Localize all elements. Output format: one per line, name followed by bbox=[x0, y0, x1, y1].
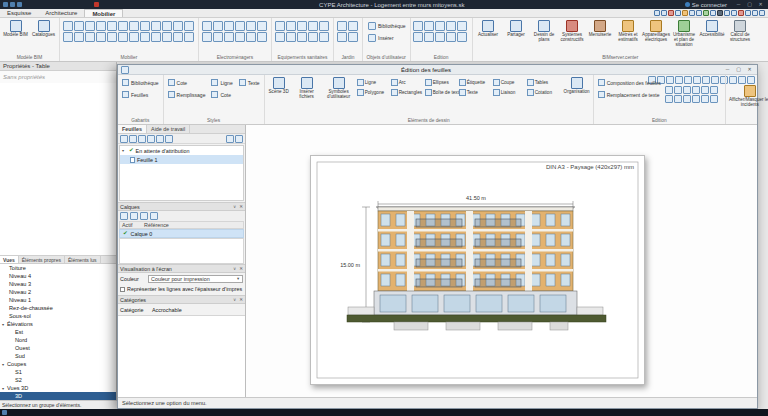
rotate-icon[interactable] bbox=[692, 86, 700, 94]
tool-icon[interactable] bbox=[696, 10, 702, 16]
furniture-icon[interactable] bbox=[63, 32, 73, 42]
window-close-button[interactable]: ✕ bbox=[745, 65, 754, 74]
collapse-icon[interactable]: ∨ bbox=[233, 266, 236, 271]
furniture-icon[interactable] bbox=[129, 32, 139, 42]
snap-icon[interactable] bbox=[435, 32, 445, 42]
sheet-item-row[interactable]: Feuille 1 bbox=[120, 155, 243, 164]
close-section-icon[interactable]: ✕ bbox=[239, 204, 243, 209]
mirror-icon[interactable] bbox=[457, 21, 467, 31]
view-item-niveau4[interactable]: Niveau 4 bbox=[0, 272, 116, 280]
scale-icon[interactable] bbox=[665, 95, 673, 103]
move-icon[interactable] bbox=[435, 21, 445, 31]
coupe-button[interactable]: Coupe bbox=[493, 77, 527, 87]
furniture-icon[interactable] bbox=[140, 32, 150, 42]
appliance-icon[interactable] bbox=[257, 32, 267, 42]
appareillages-electriques-button[interactable]: Appareillages électriques bbox=[643, 20, 670, 53]
sheet-window-titlebar[interactable]: Édition des feuilles ─ ▢ ✕ bbox=[118, 65, 757, 75]
rectangles-button[interactable]: Rectangles bbox=[391, 87, 425, 97]
close-button[interactable]: ✕ bbox=[756, 0, 765, 9]
catalogues-button[interactable]: Catalogues bbox=[30, 20, 57, 53]
record-icon[interactable] bbox=[94, 2, 99, 7]
furniture-icon[interactable] bbox=[184, 32, 194, 42]
tab-elements-propres[interactable]: Éléments propres bbox=[19, 256, 65, 263]
appliance-icon[interactable] bbox=[224, 32, 234, 42]
tool-icon[interactable] bbox=[717, 10, 723, 16]
appliance-icon[interactable] bbox=[257, 21, 267, 31]
arrow-down-icon[interactable] bbox=[235, 135, 243, 143]
sheet-canvas[interactable]: DIN A3 - Paysage (420x297) mm 41.50 m bbox=[246, 125, 757, 397]
furniture-icon[interactable] bbox=[96, 32, 106, 42]
front-icon[interactable] bbox=[683, 95, 691, 103]
furniture-icon[interactable] bbox=[129, 21, 139, 31]
connect-button[interactable]: Se connecter bbox=[685, 2, 727, 8]
sanitary-icon[interactable] bbox=[297, 32, 307, 42]
etiquette-button[interactable]: Étiquette bbox=[459, 77, 493, 87]
tool-icon[interactable] bbox=[745, 10, 751, 16]
delete-sheet-icon[interactable] bbox=[138, 135, 146, 143]
inserer-button[interactable]: Insérer bbox=[365, 32, 408, 43]
sanitary-icon[interactable] bbox=[308, 21, 318, 31]
calcul-structures-button[interactable]: Calcul de structures bbox=[727, 20, 754, 53]
view-item-sud[interactable]: Sud bbox=[0, 352, 116, 360]
feuilles-button[interactable]: Feuilles bbox=[120, 89, 161, 100]
copy-icon[interactable] bbox=[674, 86, 682, 94]
epaisseur-checkbox-row[interactable]: Représenter les lignes avec l'épaisseur … bbox=[118, 284, 245, 295]
tool-icon[interactable] bbox=[689, 10, 695, 16]
view-group-vues-3d[interactable]: ▾Vues 3D bbox=[0, 384, 116, 392]
appliance-icon[interactable] bbox=[202, 32, 212, 42]
furniture-icon[interactable] bbox=[118, 21, 128, 31]
paper-sheet[interactable]: DIN A3 - Paysage (420x297) mm 41.50 m bbox=[310, 155, 645, 385]
furniture-icon[interactable] bbox=[74, 32, 84, 42]
cotation-button[interactable]: Cotation bbox=[527, 87, 561, 97]
view-item-niveau1[interactable]: Niveau 1 bbox=[0, 296, 116, 304]
export-sheet-icon[interactable] bbox=[156, 135, 164, 143]
furniture-icon[interactable] bbox=[162, 21, 172, 31]
garden-icon[interactable] bbox=[337, 32, 347, 42]
furniture-icon[interactable] bbox=[96, 21, 106, 31]
layer-up-icon[interactable] bbox=[140, 212, 148, 220]
tab-esquisse[interactable]: Esquisse bbox=[0, 9, 38, 17]
view-item-est[interactable]: Est bbox=[0, 328, 116, 336]
view-item-sous-sol[interactable]: Sous-sol bbox=[0, 312, 116, 320]
view-item-3d[interactable]: 3D bbox=[0, 392, 116, 400]
tool-icon[interactable] bbox=[675, 10, 681, 16]
furniture-icon[interactable] bbox=[173, 21, 183, 31]
rotate-icon[interactable] bbox=[446, 21, 456, 31]
systemes-constructifs-button[interactable]: Systèmes constructifs bbox=[559, 20, 586, 53]
align-icon[interactable] bbox=[674, 95, 682, 103]
delete-layer-icon[interactable] bbox=[130, 212, 138, 220]
furniture-icon[interactable] bbox=[140, 21, 150, 31]
sanitary-icon[interactable] bbox=[308, 32, 318, 42]
sanitary-icon[interactable] bbox=[286, 32, 296, 42]
garden-icon[interactable] bbox=[348, 32, 358, 42]
furniture-icon[interactable] bbox=[85, 32, 95, 42]
view-group-coupes[interactable]: ▾Coupes bbox=[0, 360, 116, 368]
pending-group-row[interactable]: ▾✔En attente d'attribution bbox=[120, 146, 243, 155]
unlock-icon[interactable] bbox=[710, 95, 718, 103]
view-item-s2[interactable]: S2 bbox=[0, 376, 116, 384]
furniture-icon[interactable] bbox=[173, 32, 183, 42]
arrow-up-icon[interactable] bbox=[226, 135, 234, 143]
tool-icon[interactable] bbox=[724, 10, 730, 16]
menuiserie-button[interactable]: Menuiserie bbox=[587, 20, 614, 53]
liaison-button[interactable]: Liaison bbox=[493, 87, 527, 97]
furniture-icon[interactable] bbox=[118, 32, 128, 42]
metres-estimatifs-button[interactable]: Métrés et estimatifs bbox=[615, 20, 642, 53]
tool-icon[interactable] bbox=[682, 10, 688, 16]
sanitary-icon[interactable] bbox=[297, 21, 307, 31]
sanitary-icon[interactable] bbox=[286, 21, 296, 31]
move-icon[interactable] bbox=[683, 86, 691, 94]
print-sheet-icon[interactable] bbox=[147, 135, 155, 143]
view-item-s1[interactable]: S1 bbox=[0, 368, 116, 376]
add-sheet-icon[interactable] bbox=[120, 135, 128, 143]
sanitary-icon[interactable] bbox=[319, 32, 329, 42]
partager-button[interactable]: Partager bbox=[503, 20, 530, 53]
garden-icon[interactable] bbox=[337, 21, 347, 31]
style-remplissage-button[interactable]: Remplissage bbox=[166, 89, 208, 100]
tab-mobilier[interactable]: Mobilier bbox=[84, 9, 123, 17]
checkbox-icon[interactable] bbox=[120, 287, 125, 292]
lock-icon[interactable] bbox=[701, 95, 709, 103]
edit-sheet-icon[interactable] bbox=[129, 135, 137, 143]
furniture-icon[interactable] bbox=[63, 21, 73, 31]
appliance-icon[interactable] bbox=[235, 32, 245, 42]
